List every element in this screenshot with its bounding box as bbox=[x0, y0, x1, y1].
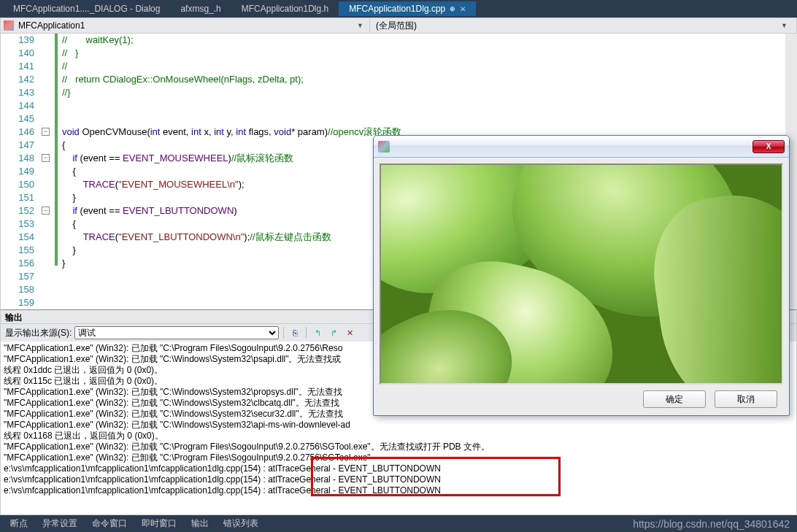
output-source-select[interactable]: 调试 bbox=[74, 326, 279, 339]
highlight-box bbox=[311, 457, 561, 496]
navigation-bar: MFCApplication1 ▼ (全局范围) ▼ bbox=[0, 18, 797, 34]
close-icon[interactable]: ✕ bbox=[460, 5, 466, 13]
app-icon bbox=[378, 141, 390, 153]
document-tabs: MFCApplication1...._DIALOG - Dialog afxm… bbox=[0, 0, 797, 18]
tab-dialog-designer[interactable]: MFCApplication1...._DIALOG - Dialog bbox=[3, 1, 170, 16]
dialog-titlebar[interactable]: X bbox=[374, 136, 789, 158]
tool-tab[interactable]: 即时窗口 bbox=[134, 515, 184, 532]
preview-dialog: X 确定 取消 bbox=[373, 135, 790, 416]
scope-project-label: MFCApplication1 bbox=[18, 20, 354, 31]
prev-message-icon[interactable]: ↰ bbox=[311, 326, 324, 339]
tool-tab[interactable]: 异常设置 bbox=[35, 515, 85, 532]
tool-tab[interactable]: 错误列表 bbox=[216, 515, 266, 532]
project-icon bbox=[4, 20, 14, 31]
image-preview[interactable] bbox=[380, 163, 783, 385]
scope-member-label: (全局范围) bbox=[376, 20, 778, 32]
chevron-down-icon: ▼ bbox=[778, 22, 790, 29]
fold-toggle[interactable]: − bbox=[42, 128, 50, 136]
next-message-icon[interactable]: ↱ bbox=[327, 326, 340, 339]
scope-member-dropdown[interactable]: (全局范围) ▼ bbox=[370, 18, 796, 33]
pin-icon[interactable]: ⊕ bbox=[450, 5, 455, 12]
tab-dlg-header[interactable]: MFCApplication1Dlg.h bbox=[231, 1, 339, 16]
scope-project-dropdown[interactable]: MFCApplication1 ▼ bbox=[1, 18, 370, 33]
tab-label: MFCApplication1Dlg.cpp bbox=[349, 4, 445, 14]
code-content: // waitKey(1);// }//// return CDialogEx:… bbox=[62, 34, 401, 309]
tool-tab[interactable]: 命令窗口 bbox=[85, 515, 134, 532]
ok-button[interactable]: 确定 bbox=[643, 390, 706, 408]
close-button[interactable]: X bbox=[752, 140, 785, 153]
output-source-label: 显示输出来源(S): bbox=[5, 327, 72, 339]
chevron-down-icon: ▼ bbox=[354, 22, 366, 29]
tab-dlg-cpp[interactable]: MFCApplication1Dlg.cpp ⊕ ✕ bbox=[339, 1, 476, 16]
tab-afxmsg[interactable]: afxmsg_.h bbox=[170, 1, 231, 16]
cancel-button[interactable]: 取消 bbox=[715, 390, 777, 408]
fold-toggle[interactable]: − bbox=[42, 154, 50, 162]
line-numbers: 1391401411421431441451461471481491501511… bbox=[1, 34, 40, 309]
change-marker bbox=[55, 34, 58, 266]
tool-tab[interactable]: 断点 bbox=[3, 515, 35, 532]
clear-icon[interactable]: ✕ bbox=[343, 326, 356, 339]
tool-tab[interactable]: 输出 bbox=[184, 515, 216, 532]
fold-toggle[interactable]: − bbox=[42, 207, 50, 215]
watermark: https://blog.csdn.net/qq_34801642 bbox=[633, 518, 790, 530]
find-message-icon[interactable]: ⎘ bbox=[288, 326, 301, 339]
